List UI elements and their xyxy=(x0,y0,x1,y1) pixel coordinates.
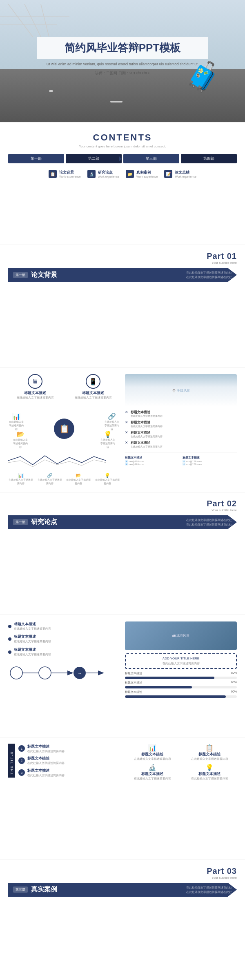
icon-tablet: 📱 xyxy=(86,374,100,389)
part03-header-slide: Part 03 Your subtitle here 第三部 真实案例 在此处添… xyxy=(0,860,245,980)
cover-subtitle: Ut wisi enim ad minim veniam, quis nostr… xyxy=(37,62,208,67)
check-2: ✕ 标题文本描述 在此处输入文字描述简要内容 xyxy=(125,420,237,428)
part02-banner-desc: 在此处添加文字描述简要阐述在此处 在此处添加文字描述简要阐述在此处 xyxy=(186,518,232,527)
bottom-grid: 📊 在此处输入文字描述简要内容 🔗 在此处输入文字描述简要内容 📂 在此处输入文… xyxy=(8,473,120,486)
wave-chart xyxy=(8,452,120,470)
icon-block-2: 📱 标题文本描述 在此处输入文字描述简要内容 xyxy=(66,374,120,403)
part02-label: Part 02 xyxy=(207,499,237,508)
cover-title-box: 简约风毕业答辩PPT模板 Ut wisi enim ad minim venia… xyxy=(37,37,208,76)
part02-col-right: 🏙 城市风景 ADD YOUR TITLE HERE 在此处输入文字描述简要内容… xyxy=(125,621,237,699)
tab-4[interactable]: 第四部 xyxy=(181,154,237,163)
check-4: ✕ 标题文本描述 在此处输入文字描述简要内容 xyxy=(125,441,237,449)
part03-sub: Your subtitle here xyxy=(207,876,237,880)
part01-banner-desc: 在此处添加文字描述简要阐述在此处 在此处添加文字描述简要阐述在此处 xyxy=(186,270,232,279)
tab-3[interactable]: 第三部 xyxy=(123,154,179,163)
cover-meta: 讲师：千图网 日期：201X/XX/XX xyxy=(37,71,208,76)
icon-block-1: 🖥 标题文本描述 在此处输入文字描述简要内容 xyxy=(8,374,62,403)
part03-banner-desc: 在此处添加文字描述简要阐述在此处 在此处添加文字描述简要阐述在此处 xyxy=(186,885,232,894)
node-3: 3 标题文本描述 在此处输入文字描述简要内容 xyxy=(18,768,120,778)
part02-col-left: 标题文本描述 在此处输入文字描述简要内容 标题文本描述 在此处输入文字描述简要内… xyxy=(8,621,120,699)
part01-banner-num: 第一部 xyxy=(13,272,28,278)
contents-item-1: 📋 论文背景 Work experience xyxy=(49,170,80,178)
email-grid: 标题文本描述 📧 xxx@126.com 📧 xxx@126.com 标题文本描… xyxy=(125,456,237,466)
check-3: ✕ 标题文本描述 在此处输入文字描述简要内容 xyxy=(125,430,237,439)
cover-slide: 🧳 简约风毕业答辩PPT模板 Ut wisi enim ad minim ven… xyxy=(0,0,245,122)
contents-subtitle: Your content goes here Lorem ipsum dolor… xyxy=(8,145,237,148)
item-sub-2: Work experience xyxy=(98,175,119,178)
tab-2[interactable]: 第二部 xyxy=(66,154,122,163)
part01-banner-title: 论文背景 xyxy=(31,271,57,279)
item-label-1: 论文背景 xyxy=(59,170,80,175)
node-2: 2 标题文本描述 在此处输入文字描述简要内容 xyxy=(18,756,120,766)
svg-point-5 xyxy=(10,667,22,679)
dot-text-3: 标题文本描述 在此处输入文字描述简要内容 xyxy=(8,647,120,657)
the-title-box: THE TITLE xyxy=(8,744,15,778)
arrow-flow: → xyxy=(8,661,120,687)
center-icon-cluster: 📋 📊 在此处输入文字描述简要内容 🔗 在此处输入文字描述简要内容 📂 在此处输… xyxy=(8,408,120,449)
rb-3: 🔬 标题文本描述 在此处输入文字描述简要内容 xyxy=(125,764,180,781)
part02b-col-right: 📊 标题文本描述 在此处输入文字描述简要内容 📋 标题文本描述 在此处输入文字描… xyxy=(125,744,237,781)
item-icon-2: 🔬 xyxy=(87,170,96,178)
item-sub-3: Work experience xyxy=(136,175,158,178)
part01-col-right: ⛄ 冬日风景 ✕ 标题文本描述 在此处输入文字描述简要内容 ✕ 标题文本描述 在… xyxy=(125,374,237,486)
item-label-2: 研究论点 xyxy=(98,170,119,175)
part01-col-left: 🖥 标题文本描述 在此处输入文字描述简要内容 📱 标题文本描述 在此处输入文字描… xyxy=(8,374,120,486)
tab-1[interactable]: 第一部 xyxy=(8,154,64,163)
item-icon-1: 📋 xyxy=(49,170,57,178)
part02-banner: 第一部 研究论点 在此处添加文字描述简要阐述在此处 在此处添加文字描述简要阐述在… xyxy=(8,515,237,529)
icon-monitor: 🖥 xyxy=(28,374,42,389)
item-icon-4: 📝 xyxy=(164,170,172,178)
part02-content-a: 标题文本描述 在此处输入文字描述简要内容 标题文本描述 在此处输入文字描述简要内… xyxy=(0,615,245,737)
part01-banner: 第一部 论文背景 在此处添加文字描述简要阐述在此处 在此处添加文字描述简要阐述在… xyxy=(8,268,237,282)
part03-banner-title: 真实案例 xyxy=(31,885,57,894)
part02b-col-left: THE TITLE 1 标题文本描述 在此处输入文字描述简要内容 2 xyxy=(8,744,120,781)
node-1: 1 标题文本描述 在此处输入文字描述简要内容 xyxy=(18,744,120,754)
contents-item-4: 📝 论文总结 Work experience xyxy=(164,170,196,178)
dot-text-1: 标题文本描述 在此处输入文字描述简要内容 xyxy=(8,621,120,631)
svg-text:→: → xyxy=(78,671,82,675)
svg-line-2 xyxy=(41,4,49,37)
item-label-3: 真实案例 xyxy=(136,170,158,175)
contents-title: CONTENTS xyxy=(8,132,237,143)
item-icon-3: 📁 xyxy=(126,170,134,178)
svg-marker-13 xyxy=(98,670,104,675)
snow-image: ⛄ 冬日风景 xyxy=(125,374,237,407)
item-sub-1: Work experience xyxy=(59,175,80,178)
city-image: 🏙 城市风景 xyxy=(125,621,237,650)
svg-line-1 xyxy=(24,4,41,37)
part02-sub: Your subtitle here xyxy=(207,508,237,512)
the-title-section: THE TITLE 1 标题文本描述 在此处输入文字描述简要内容 2 xyxy=(8,744,120,778)
cover-main-title: 简约风毕业答辩PPT模板 xyxy=(37,37,208,59)
check-1: ✕ 标题文本描述 在此处输入文字描述简要内容 xyxy=(125,410,237,418)
part03-banner: 第三部 真实案例 在此处添加文字描述简要阐述在此处 在此处添加文字描述简要阐述在… xyxy=(8,883,237,897)
progress-section: 标题文本描述80% 标题文本描述60% 标题文本描述90% xyxy=(125,671,237,698)
svg-marker-9 xyxy=(67,670,74,675)
part03-banner-num: 第三部 xyxy=(13,886,28,893)
contents-slide: CONTENTS Your content goes here Lorem ip… xyxy=(0,122,245,245)
item-label-4: 论文总结 xyxy=(175,170,196,175)
rb-4: 💡 标题文本描述 在此处输入文字描述简要内容 xyxy=(182,764,237,781)
part03-label: Part 03 xyxy=(207,866,237,876)
rb-2: 📋 标题文本描述 在此处输入文字描述简要内容 xyxy=(182,744,237,762)
item-sub-4: Work experience xyxy=(175,175,196,178)
rb-1: 📊 标题文本描述 在此处输入文字描述简要内容 xyxy=(125,744,180,762)
add-title-1: ADD YOUR TITLE HERE 在此处输入文字描述简要内容 xyxy=(125,653,237,669)
svg-line-0 xyxy=(8,4,33,37)
contents-items: 📋 论文背景 Work experience 🔬 研究论点 Work exper… xyxy=(8,170,237,178)
part01-sub: Your subtitle here xyxy=(207,261,237,265)
part01-header-slide: Part 01 Your subtitle here 第一部 论文背景 在此处添… xyxy=(0,245,245,368)
part02-header-slide: Part 02 Your subtitle here 第一部 研究论点 在此处添… xyxy=(0,492,245,615)
contents-item-2: 🔬 研究论点 Work experience xyxy=(87,170,119,178)
part01-content-a: 🖥 标题文本描述 在此处输入文字描述简要内容 📱 标题文本描述 在此处输入文字描… xyxy=(0,368,245,492)
part01-label: Part 01 xyxy=(207,252,237,261)
svg-point-7 xyxy=(39,667,51,679)
contents-tabs: 第一部 第二部 第三部 第四部 xyxy=(8,154,237,163)
part02-content-b: THE TITLE 1 标题文本描述 在此处输入文字描述简要内容 2 xyxy=(0,737,245,860)
part02-banner-num: 第一部 xyxy=(13,519,28,525)
dot-text-2: 标题文本描述 在此处输入文字描述简要内容 xyxy=(8,634,120,644)
contents-item-3: 📁 真实案例 Work experience xyxy=(126,170,158,178)
part02-banner-title: 研究论点 xyxy=(31,518,57,526)
